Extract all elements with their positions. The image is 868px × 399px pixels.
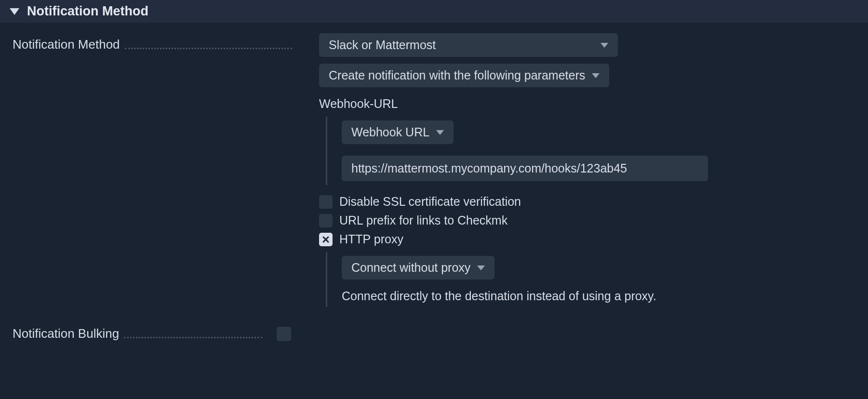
proxy-mode-dropdown[interactable]: Connect without proxy <box>342 256 494 279</box>
chevron-down-icon <box>592 73 600 78</box>
webhook-type-label: Webhook URL <box>351 125 429 139</box>
notification-bulking-checkbox[interactable] <box>277 327 291 341</box>
proxy-mode-label: Connect without proxy <box>351 261 470 275</box>
collapse-icon <box>10 8 19 15</box>
http-proxy-checkbox[interactable] <box>319 233 333 246</box>
webhook-type-dropdown[interactable]: Webhook URL <box>342 120 454 144</box>
method-dropdown-label: Slack or Mattermost <box>329 38 436 52</box>
bulking-label-column: Notification Bulking <box>13 326 267 341</box>
section-header[interactable]: Notification Method <box>0 0 868 23</box>
disable-ssl-label: Disable SSL certificate verification <box>339 195 521 209</box>
value-column: Slack or Mattermost Create notification … <box>297 33 855 307</box>
notification-method-label: Notification Method <box>13 37 120 52</box>
proxy-nested-block: Connect without proxy Connect directly t… <box>326 252 855 307</box>
webhook-url-input[interactable] <box>342 156 708 181</box>
dotted-separator <box>125 48 292 49</box>
url-prefix-row: URL prefix for links to Checkmk <box>319 213 855 227</box>
disable-ssl-checkbox[interactable] <box>319 195 333 209</box>
chevron-down-icon <box>601 43 608 48</box>
method-dropdown[interactable]: Slack or Mattermost <box>319 33 618 57</box>
notification-bulking-row: Notification Bulking <box>13 326 855 341</box>
notification-method-row: Notification Method Slack or Mattermost … <box>13 33 855 307</box>
chevron-down-icon <box>477 266 485 270</box>
url-prefix-checkbox[interactable] <box>319 214 333 227</box>
url-prefix-label: URL prefix for links to Checkmk <box>339 213 507 227</box>
chevron-down-icon <box>436 130 444 135</box>
proxy-help-text: Connect directly to the destination inst… <box>342 289 855 303</box>
http-proxy-row: HTTP proxy <box>319 232 855 246</box>
section-title: Notification Method <box>27 4 148 19</box>
section-content: Notification Method Slack or Mattermost … <box>0 23 868 352</box>
params-dropdown-label: Create notification with the following p… <box>329 68 585 82</box>
http-proxy-label: HTTP proxy <box>339 232 403 246</box>
webhook-nested-block: Webhook URL <box>326 117 855 185</box>
label-column: Notification Method <box>13 33 297 52</box>
notification-bulking-label: Notification Bulking <box>13 326 119 341</box>
params-dropdown[interactable]: Create notification with the following p… <box>319 64 609 87</box>
x-mark-icon <box>322 236 330 243</box>
dotted-separator <box>124 337 262 338</box>
disable-ssl-row: Disable SSL certificate verification <box>319 195 855 209</box>
webhook-section-label: Webhook-URL <box>319 97 855 111</box>
